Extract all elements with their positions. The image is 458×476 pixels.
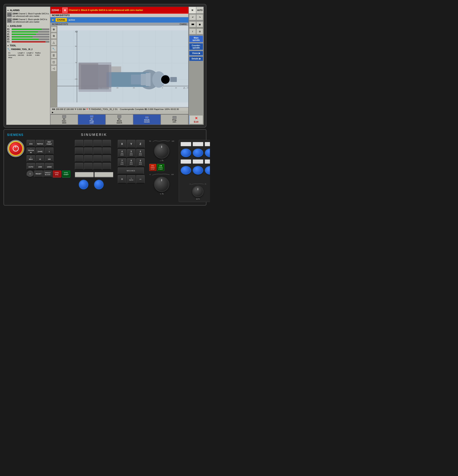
- main-spindle-button[interactable]: Mainspindle: [189, 36, 203, 42]
- key-repos[interactable]: ← REPOS: [36, 140, 44, 147]
- np-15[interactable]: [93, 163, 102, 170]
- blue-knob-3[interactable]: [205, 149, 210, 157]
- key-single-block[interactable]: SINGLEBLOCK: [43, 170, 52, 178]
- blue-knob-2[interactable]: [193, 149, 203, 157]
- axis-key-4[interactable]: 4 4THAXIS: [118, 149, 126, 158]
- white-btn-1[interactable]: [181, 142, 191, 146]
- np-6[interactable]: [84, 148, 92, 154]
- key-1[interactable]: → 1: [45, 148, 53, 154]
- axis-key-9[interactable]: 9 9THAXIS: [136, 158, 145, 167]
- axis-key-8[interactable]: 8 8THAXIS: [127, 158, 135, 167]
- mode-buttons[interactable]: M AUTO: [189, 7, 204, 14]
- axis-key-rapid[interactable]: ∿ RAPID: [127, 175, 135, 184]
- axis-key-x[interactable]: X: [118, 140, 126, 148]
- key-mda[interactable]: ⊞ MDA: [27, 155, 35, 162]
- spindle-rate-knob[interactable]: [154, 177, 169, 192]
- fn-nc-overstore[interactable]: NCOver-store: [50, 114, 78, 125]
- axis-key-plus[interactable]: +: [118, 175, 126, 184]
- white-btn-5[interactable]: [193, 159, 203, 164]
- np-5[interactable]: [75, 148, 83, 154]
- np-9[interactable]: [75, 155, 83, 162]
- key-small-circle[interactable]: ⊙: [27, 170, 33, 178]
- exit-button[interactable]: ✕Exit: [189, 115, 203, 124]
- key-jog[interactable]: ≈ JOG: [27, 140, 35, 147]
- key-10000[interactable]: → 10000: [45, 163, 53, 170]
- np-11[interactable]: [93, 155, 102, 162]
- views-button[interactable]: Views ▶: [189, 51, 203, 55]
- white-btn-2[interactable]: [193, 142, 203, 146]
- small-knob[interactable]: [192, 186, 204, 197]
- camera-button[interactable]: ⊡: [196, 29, 203, 34]
- blue-knob-4[interactable]: [181, 166, 191, 175]
- white-btn-4[interactable]: [181, 159, 191, 164]
- brand-sinumerik: SINUMERIK: [81, 133, 107, 137]
- fn-block-search[interactable]: NCBlocksearch: [106, 114, 133, 125]
- details-button[interactable]: Details ▶: [189, 57, 203, 61]
- blue-knob-6[interactable]: [205, 166, 210, 175]
- complete-label: Complete: [135, 108, 144, 110]
- info-button[interactable]: i: [189, 29, 196, 34]
- feed-start-button[interactable]: ◎◉ FEED START: [157, 164, 164, 171]
- fn-prog-corr[interactable]: Prog.corr.: [161, 114, 188, 125]
- feed-stop-button[interactable]: ⊗◎ FEED STOP: [149, 164, 156, 171]
- blue-knob-5[interactable]: [193, 166, 203, 175]
- undo-button[interactable]: ↶: [189, 14, 196, 20]
- fn-simult-record[interactable]: Simult.record.: [133, 114, 161, 125]
- blue-btn-left[interactable]: [79, 180, 88, 189]
- np-13[interactable]: [75, 163, 83, 170]
- wide-key-1[interactable]: [75, 172, 94, 178]
- key-cycl-start[interactable]: CYCLSTART: [62, 170, 70, 178]
- np-4[interactable]: [102, 140, 111, 147]
- fn-prog-cntrl[interactable]: NCProg.cntrl.: [78, 114, 106, 125]
- np-16[interactable]: [102, 163, 111, 170]
- wide-key-2[interactable]: [94, 172, 113, 178]
- np-3[interactable]: [93, 140, 102, 147]
- calc-button[interactable]: ▦: [196, 21, 203, 27]
- m-button[interactable]: M: [189, 7, 196, 14]
- np-14[interactable]: [84, 163, 92, 170]
- axis-key-6[interactable]: 6 6THAXIS: [136, 149, 145, 158]
- np-8[interactable]: [102, 148, 111, 154]
- fn-icon-simult: [145, 116, 149, 119]
- triangle-btn[interactable]: △: [51, 40, 57, 45]
- auto-button[interactable]: AUTO: [196, 7, 204, 14]
- key-cycl-stop[interactable]: CYCLSTO.: [53, 170, 61, 178]
- np-12[interactable]: [102, 155, 111, 162]
- key-auto[interactable]: → AUTO: [27, 163, 35, 170]
- white-btn-3[interactable]: [205, 142, 210, 146]
- keyboard-panel: SIEMENS SINUMERIK ≈ JOG: [3, 129, 207, 206]
- np-10[interactable]: [84, 155, 92, 162]
- white-btn-6[interactable]: [205, 159, 210, 164]
- feed-knob-container: 50 120 □ %: [149, 140, 174, 162]
- key-refpoint[interactable]: REFPOINT: [45, 140, 53, 147]
- np-1[interactable]: [75, 140, 83, 147]
- feed-rate-knob[interactable]: [154, 143, 169, 159]
- layer-btn[interactable]: ◫: [51, 59, 57, 65]
- list-btn[interactable]: ☰: [51, 52, 57, 58]
- key-reset[interactable]: RESET: [34, 170, 43, 178]
- keyboard-button[interactable]: ⌨: [189, 21, 196, 27]
- np-7[interactable]: [93, 148, 102, 154]
- key-1000[interactable]: → 1000: [36, 163, 44, 170]
- chevron-left-btn[interactable]: ◁: [51, 66, 57, 71]
- key-100[interactable]: → 100: [45, 155, 53, 162]
- copy-btn[interactable]: ⧉: [51, 33, 57, 39]
- np-2[interactable]: [84, 140, 92, 147]
- axis-key-z[interactable]: Z: [136, 140, 145, 148]
- axis-key-minus[interactable]: −: [136, 175, 145, 184]
- key-var[interactable]: → [VAR]: [36, 148, 44, 154]
- blue-btn-right[interactable]: [94, 180, 104, 189]
- axis-key-5[interactable]: 5 5THAXIS: [127, 149, 135, 158]
- axis-key-7[interactable]: 7 7THAXIS: [118, 158, 126, 167]
- redo-button[interactable]: ↷: [196, 14, 203, 20]
- axis-key-y[interactable]: Y: [127, 140, 135, 148]
- key-10[interactable]: → 10: [36, 155, 44, 162]
- emergency-stop[interactable]: [7, 140, 24, 157]
- wrench-btn[interactable]: 🔧: [51, 46, 57, 52]
- function-keys-row[interactable]: NCOver-store NCProg.cntrl. NCBlocksearch…: [50, 114, 188, 125]
- cursor-btn[interactable]: ⊕: [51, 26, 57, 32]
- axis-key-wcsmcs[interactable]: WCS MCS: [118, 168, 144, 174]
- counter-spindle-button[interactable]: Counter-spindle: [189, 43, 203, 50]
- key-teachin[interactable]: ⊃ TEACH IN: [27, 148, 35, 154]
- blue-knob-1[interactable]: [181, 149, 191, 157]
